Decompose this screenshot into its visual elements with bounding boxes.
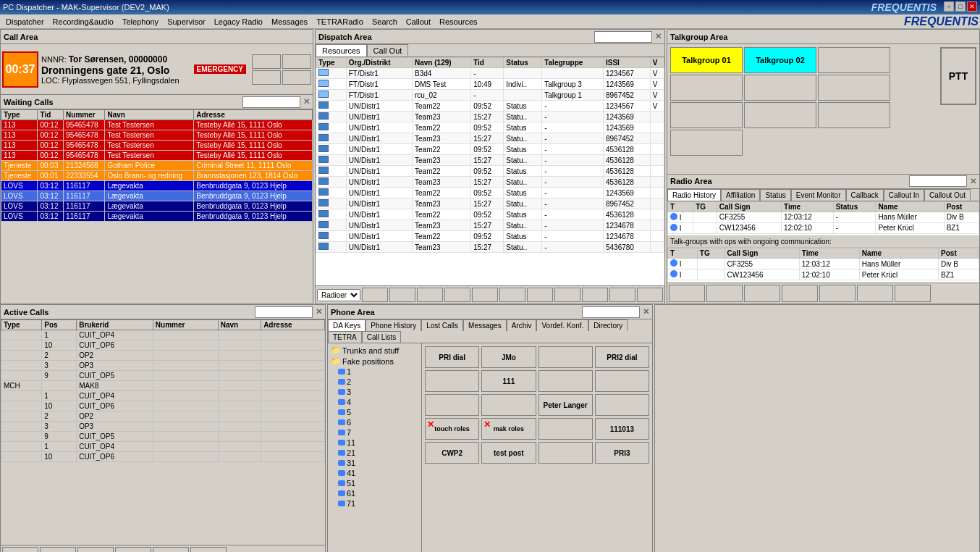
menu-tetra[interactable]: TETRARadio	[312, 16, 368, 28]
active-bb-2[interactable]	[40, 547, 76, 552]
tab-messages[interactable]: Messages	[463, 319, 507, 331]
tree-sub-71[interactable]: 71	[329, 498, 420, 509]
tree-item-trunks[interactable]: 📁 Trunks and stuff	[329, 345, 420, 356]
active-bb-4[interactable]	[115, 547, 151, 552]
dispatch-row[interactable]: UN/Distr1Team2315:27Statu..-4536128	[316, 155, 664, 166]
active-bb-5[interactable]	[153, 547, 189, 552]
phone-btn-empty5[interactable]	[425, 394, 479, 416]
dispatch-row[interactable]: FT/Distr1B3d4-1234567V	[316, 68, 664, 79]
tab-status[interactable]: Status	[760, 189, 790, 201]
dispatch-row[interactable]: UN/Distr1Team2209:52Status-1243569	[316, 188, 664, 198]
tree-sub-3[interactable]: 3	[329, 387, 420, 397]
em-btn-1[interactable]	[252, 54, 281, 69]
tg-btn-01[interactable]: Talkgroup 01	[670, 47, 743, 73]
radio-bb-1[interactable]	[669, 285, 705, 302]
phone-btn-empty2[interactable]	[425, 370, 479, 392]
waiting-call-row[interactable]: LOVS03:12116117LægevaktaBenbruddgata 9, …	[1, 201, 313, 212]
waiting-call-row[interactable]: 11300:1295465478Test TestersenTesteby Al…	[1, 151, 313, 161]
menu-messages[interactable]: Messages	[267, 16, 312, 28]
phone-btn-empty4[interactable]	[595, 370, 649, 392]
radio-close-icon[interactable]: ✕	[970, 177, 976, 186]
tab-phone-history[interactable]: Phone History	[366, 319, 421, 331]
tree-sub-5[interactable]: 5	[329, 407, 420, 417]
phone-btn-pri2-dial[interactable]: PRI2 dial	[595, 346, 649, 368]
dispatch-row[interactable]: UN/Distr1Team2209:52Status-1234678	[316, 231, 664, 242]
tree-sub-7[interactable]: 7	[329, 427, 420, 438]
radio-bb-2[interactable]	[706, 285, 743, 302]
waiting-call-row[interactable]: LOVS03:12116117LægevaktaBenbruddgata 9, …	[1, 191, 313, 201]
dispatch-btn-11[interactable]	[637, 288, 663, 302]
active-bb-3[interactable]	[77, 547, 114, 552]
waiting-call-row[interactable]: 11300:1295465478Test TestersenTesteby Al…	[1, 120, 313, 130]
radio-bb-5[interactable]	[819, 285, 856, 302]
radio-row[interactable]: ICF325512:03:12-Hans MüllerDiv B	[668, 212, 979, 222]
tab-callback[interactable]: Callback	[846, 189, 884, 201]
dispatch-btn-9[interactable]	[582, 288, 608, 302]
active-call-row[interactable]: 10CUIT_OP6	[1, 452, 325, 462]
menu-search[interactable]: Search	[368, 16, 402, 28]
menu-dispatcher[interactable]: Dispatcher	[1, 16, 48, 28]
phone-btn-empty6[interactable]	[481, 394, 536, 416]
tab-vordef[interactable]: Vordef. Konf.	[536, 319, 588, 331]
tree-sub-4[interactable]: 4	[329, 397, 420, 407]
dispatch-close-icon[interactable]: ✕	[655, 32, 662, 41]
minimize-button[interactable]: −	[944, 1, 954, 12]
radio-bb-3[interactable]	[744, 285, 780, 302]
menu-supervisor[interactable]: Supervisor	[163, 16, 210, 28]
phone-btn-empty7[interactable]	[595, 394, 649, 416]
phone-btn-empty3[interactable]	[538, 370, 593, 392]
active-call-row[interactable]: 10CUIT_OP6	[1, 340, 325, 351]
dispatch-row[interactable]: UN/Distr1Team2315:27Statu..-8967452	[316, 133, 664, 144]
tg-btn-05[interactable]	[744, 75, 816, 101]
radio-bb-6[interactable]	[857, 285, 893, 302]
waiting-call-row[interactable]: 11300:1295465478Test TestersenTesteby Al…	[1, 141, 313, 151]
tree-sub-51[interactable]: 51	[329, 478, 420, 488]
dispatch-btn-3[interactable]	[417, 288, 443, 302]
em-btn-4[interactable]	[282, 70, 311, 85]
phone-btn-pri-dial[interactable]: PRI dial	[425, 346, 479, 368]
tab-lost-calls[interactable]: Lost Calls	[421, 319, 463, 331]
dispatch-row[interactable]: UN/Distr1Team2315:27Statu..-4536128	[316, 177, 664, 188]
active-call-row[interactable]: 9CUIT_OP5	[1, 432, 325, 442]
tree-sub-31[interactable]: 31	[329, 458, 420, 468]
dispatch-row[interactable]: UN/Distr1Team2209:52Status-4536128	[316, 166, 664, 177]
tree-sub-1[interactable]: 1	[329, 367, 420, 377]
tab-da-keys[interactable]: DA Keys	[328, 319, 366, 331]
maximize-button[interactable]: □	[955, 1, 966, 12]
waiting-close-icon[interactable]: ✕	[303, 97, 310, 106]
tree-sub-21[interactable]: 21	[329, 448, 420, 458]
tg-btn-07[interactable]	[670, 102, 743, 128]
active-call-row[interactable]: 3OP3	[1, 361, 325, 371]
menu-callout[interactable]: Callout	[402, 16, 435, 28]
tree-sub-61[interactable]: 61	[329, 488, 420, 498]
waiting-call-row[interactable]: LOVS03:12116117LægevaktaBenbruddgata 9, …	[1, 181, 313, 191]
phone-btn-cwp2[interactable]: CWP2	[425, 442, 479, 464]
phone-btn-empty8[interactable]	[538, 418, 593, 440]
active-close-icon[interactable]: ✕	[316, 307, 322, 317]
phone-btn-touch-roles[interactable]: ✕ touch roles	[425, 418, 479, 440]
active-call-row[interactable]: 9CUIT_OP5	[1, 371, 325, 381]
dispatch-row[interactable]: UN/Distr1Team2209:52Status-1243569	[316, 122, 664, 133]
em-btn-2[interactable]	[282, 54, 311, 69]
phone-btn-mak-roles[interactable]: ✕ mak roles	[481, 418, 536, 440]
dispatch-row[interactable]: UN/Distr1Team2209:52Status-4536128	[316, 144, 664, 155]
ongoing-row[interactable]: ICF325512:03:12Hans MüllerDiv B	[668, 259, 979, 269]
radio-search-input[interactable]	[909, 175, 967, 187]
active-call-row[interactable]: 1CUIT_OP4	[1, 391, 325, 401]
dispatch-btn-7[interactable]	[527, 288, 553, 302]
em-btn-3[interactable]	[252, 70, 281, 85]
waiting-call-row[interactable]: 11300:1295465478Test TestersenTesteby Al…	[1, 130, 313, 141]
tab-resources[interactable]: Resources	[316, 44, 367, 57]
tg-btn-08[interactable]	[744, 102, 816, 128]
radio-bb-7[interactable]	[895, 285, 931, 302]
active-call-row[interactable]: 1CUIT_OP4	[1, 330, 325, 340]
phone-btn-jmo[interactable]: JMo	[481, 346, 536, 368]
tg-btn-06[interactable]	[818, 75, 890, 101]
tree-sub-41[interactable]: 41	[329, 468, 420, 478]
phone-btn-111[interactable]: 111	[481, 370, 536, 392]
menu-recording[interactable]: Recording&audio	[48, 16, 118, 28]
tab-radio-history[interactable]: Radio History	[667, 189, 721, 201]
active-call-row[interactable]: 2OP2	[1, 351, 325, 361]
active-call-row[interactable]: MCHMAK8	[1, 381, 325, 391]
phone-btn-111013[interactable]: 111013	[595, 418, 649, 440]
